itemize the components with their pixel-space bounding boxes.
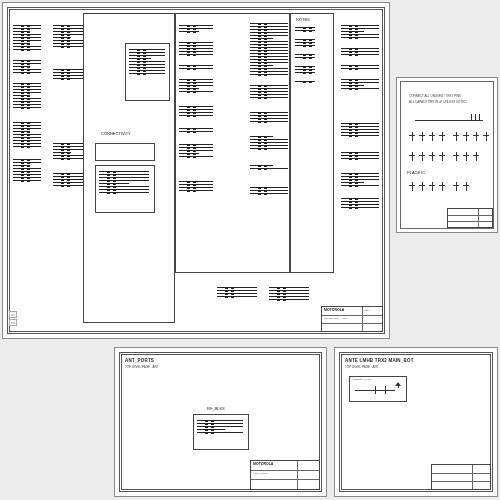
company-logo-2: MOTOROLA bbox=[253, 462, 273, 466]
sheet-subtitle-ante-lmhb: TOP LEVEL PAGE : ANT bbox=[345, 365, 378, 369]
pin-column-left bbox=[13, 23, 41, 183]
titleblock-ant-ports: MOTOROLA ANT_PORTS A bbox=[250, 460, 320, 490]
pin-column-bottom-2 bbox=[217, 285, 257, 299]
doc-rev: REV A bbox=[364, 309, 371, 312]
pin-column-connectivity bbox=[99, 169, 149, 195]
titleblock-right-top bbox=[447, 208, 493, 228]
schematic-sheet-ante-lmhb[interactable]: ANTE LMHB TRX2 MAIN_BOT TOP LEVEL PAGE :… bbox=[334, 347, 498, 497]
note-line-1: CONNECT ALL UNUSED / TEST PINS bbox=[409, 94, 461, 98]
doc-title: SCHEMATIC — TOP bbox=[324, 317, 347, 320]
pin-column-bottom-1 bbox=[269, 285, 309, 302]
pin-column-right bbox=[250, 21, 288, 196]
pin-column-far-right bbox=[341, 23, 379, 210]
note-line-2: ALL CAPACITORS IN uF UNLESS NOTED bbox=[409, 100, 467, 104]
company-logo: MOTOROLA bbox=[324, 308, 344, 312]
section-label-connectivity: CONNECTIVITY bbox=[101, 131, 131, 136]
schematic-sheet-ant-ports[interactable]: ANT_PORTS TOP LEVEL PAGE : ANT RF_BLKS M… bbox=[114, 347, 327, 497]
antenna-block-label: ANTENNA_MAIN bbox=[352, 378, 372, 381]
doc-rev-2: A bbox=[301, 463, 303, 466]
mid-label: RF_BLKS bbox=[207, 406, 225, 411]
component-row-2 bbox=[407, 148, 481, 166]
titleblock-main: MOTOROLA SCHEMATIC — TOP REV A bbox=[321, 306, 383, 332]
pin-column-small-block bbox=[129, 47, 165, 76]
component-row-3 bbox=[407, 178, 471, 196]
status-tick-1: ▭ bbox=[9, 311, 17, 318]
sheet-title-ant-ports: ANT_PORTS bbox=[125, 358, 154, 363]
pin-column-mid bbox=[179, 23, 213, 193]
status-tick-2: ▭ bbox=[9, 319, 17, 326]
sheet-title-ante-lmhb: ANTE LMHB TRX2 MAIN_BOT bbox=[345, 358, 414, 363]
doc-title-2: ANT_PORTS bbox=[253, 472, 268, 475]
antenna-icon bbox=[393, 382, 403, 388]
group-label: PLACE IC bbox=[407, 170, 425, 175]
sheet-subtitle-ant-ports: TOP LEVEL PAGE : ANT bbox=[125, 365, 158, 369]
section-label-notes: NOTES bbox=[296, 17, 310, 22]
schematic-sheet-right-top[interactable]: CONNECT ALL UNUSED / TEST PINS ALL CAPAC… bbox=[396, 77, 498, 233]
schematic-sheet-main[interactable]: CONNECTIVITY NOTES bbox=[2, 2, 390, 339]
pin-column-center-left bbox=[53, 23, 83, 188]
rf-block-pins bbox=[197, 418, 243, 435]
titleblock-ante-lmhb bbox=[431, 464, 491, 490]
notes-column bbox=[295, 25, 329, 84]
component-row-1 bbox=[407, 128, 491, 146]
